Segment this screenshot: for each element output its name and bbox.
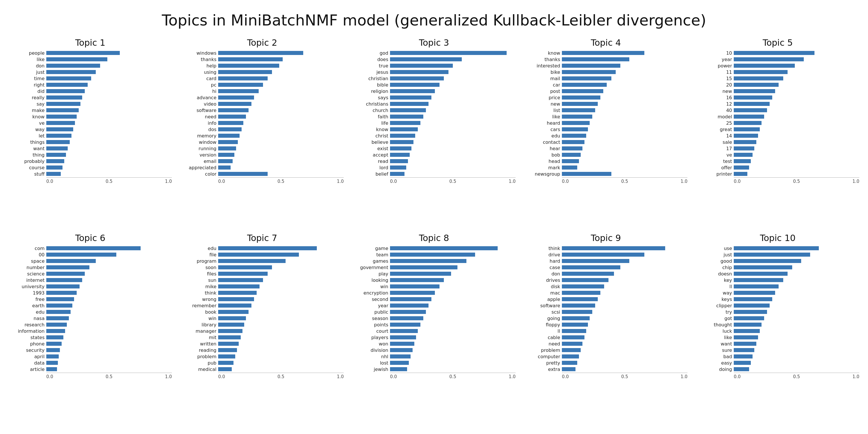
bar-label: pub <box>181 360 218 366</box>
bar-fill <box>734 76 783 81</box>
bar-label: year <box>696 57 734 62</box>
bar-fill <box>218 259 286 263</box>
bar-label: email <box>181 159 218 164</box>
bar-label: belief <box>352 171 390 177</box>
topic-title-9: Topic 9 <box>591 233 621 243</box>
bar-label: information <box>9 329 46 334</box>
bar-label: 40 <box>696 107 734 113</box>
bar-track <box>46 134 172 138</box>
bars-area-3: goddoestruejesuschristianbiblereligionsa… <box>352 50 516 227</box>
bar-track <box>562 153 687 157</box>
bar-row: power <box>696 63 859 69</box>
bar-track <box>562 291 687 295</box>
bar-label: info <box>181 120 218 126</box>
bar-label: 16 <box>696 95 734 100</box>
bar-row: edu <box>524 133 687 138</box>
bar-row: games <box>352 258 516 264</box>
bar-track <box>218 102 344 106</box>
bar-label: space <box>9 258 46 264</box>
bar-row: com <box>9 245 172 251</box>
bar-fill <box>562 284 604 288</box>
bar-row: head <box>524 158 687 164</box>
topic-panel-7: Topic 7edufileprogramsoonfilessunmikethi… <box>178 233 347 423</box>
bar-fill <box>734 272 787 276</box>
bar-track <box>562 108 687 112</box>
bar-label: phone <box>9 341 46 347</box>
bar-fill <box>46 95 82 99</box>
bar-fill <box>46 278 82 282</box>
bar-row: interested <box>524 63 687 69</box>
bar-fill <box>218 89 259 93</box>
x-axis-line <box>562 177 687 178</box>
bar-track <box>218 95 344 99</box>
bar-fill <box>562 64 620 68</box>
bar-track <box>46 172 172 176</box>
bar-fill <box>734 134 758 138</box>
bar-track <box>734 159 859 163</box>
bar-fill <box>734 159 751 163</box>
bar-track <box>46 64 172 68</box>
bar-label: exist <box>352 146 390 151</box>
bar-fill <box>218 304 251 308</box>
bar-track <box>218 140 344 144</box>
bar-row: thanks <box>524 56 687 62</box>
topic-title-4: Topic 4 <box>591 38 621 48</box>
bar-row: number <box>9 265 172 270</box>
bar-fill <box>562 272 614 276</box>
bar-row: new <box>524 101 687 107</box>
bar-track <box>46 165 172 169</box>
bar-track <box>218 165 344 169</box>
bar-fill <box>218 76 268 81</box>
bars-area-10: usejustgoodchipdoesnkeyllwaykeysclippert… <box>696 245 859 423</box>
x-axis-ticks: 0.00.51.0 <box>352 179 516 184</box>
bar-label: soon <box>181 265 218 270</box>
bar-label: university <box>9 284 46 289</box>
bar-row: 10 <box>696 50 859 56</box>
bar-fill <box>46 121 75 125</box>
bar-row: encryption <box>352 290 516 296</box>
bar-track <box>390 278 516 282</box>
bar-track <box>46 367 172 371</box>
bar-track <box>562 165 687 169</box>
bar-track <box>390 127 516 131</box>
bar-row: problem <box>524 347 687 353</box>
topic-title-8: Topic 8 <box>419 233 449 243</box>
bar-row: pc <box>181 82 344 88</box>
bar-fill <box>390 361 409 365</box>
bar-fill <box>734 342 756 346</box>
bar-fill <box>562 361 577 365</box>
bar-row: soon <box>181 265 344 270</box>
x-axis-tick: 0.0 <box>562 179 569 184</box>
bar-row: like <box>524 114 687 120</box>
bar-row: test <box>696 158 859 164</box>
bar-track <box>734 284 859 288</box>
bar-track <box>46 140 172 144</box>
bar-fill <box>734 108 767 112</box>
bar-label: states <box>9 335 46 340</box>
bar-track <box>562 259 687 263</box>
bar-fill <box>218 153 235 157</box>
bar-row: don <box>524 271 687 277</box>
bar-label: color <box>181 171 218 177</box>
x-axis-ticks: 0.00.51.0 <box>524 374 687 379</box>
bar-row: court <box>352 328 516 334</box>
bar-track <box>218 108 344 112</box>
bar-label: stuff <box>9 171 46 177</box>
bar-label: looking <box>352 277 390 283</box>
bar-track <box>390 51 516 55</box>
bar-fill <box>390 259 466 263</box>
bar-track <box>390 76 516 81</box>
bar-track <box>46 342 172 346</box>
bar-fill <box>390 115 423 119</box>
bar-label: try <box>696 309 734 315</box>
bar-row: year <box>696 56 859 62</box>
bar-row: says <box>352 95 516 100</box>
bar-track <box>734 291 859 295</box>
bar-label: keys <box>696 297 734 302</box>
bar-fill <box>390 146 411 151</box>
bar-label: right <box>9 82 46 88</box>
bar-track <box>218 291 344 295</box>
bar-label: 10 <box>696 50 734 56</box>
bar-label: good <box>696 258 734 264</box>
bar-fill <box>390 165 406 169</box>
